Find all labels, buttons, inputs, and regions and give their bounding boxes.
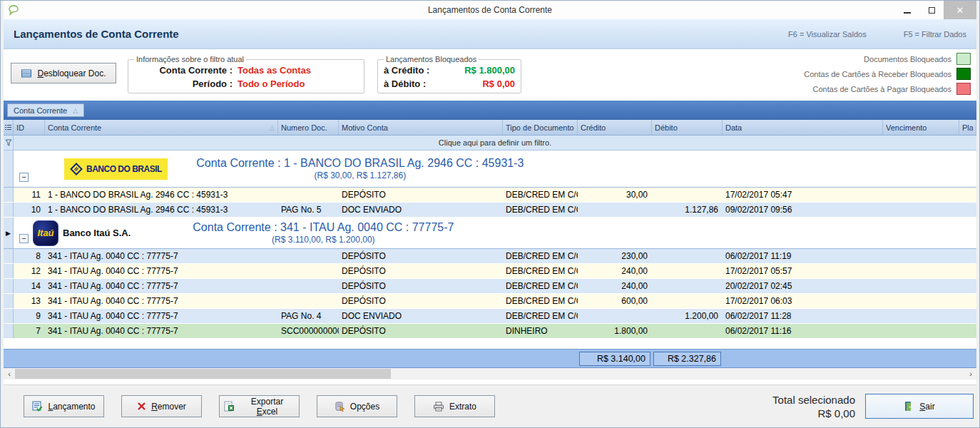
cell-credito: 240,00	[578, 264, 652, 278]
cell-credito	[578, 203, 652, 217]
group-header-row[interactable]: ▶ − Itaú Banco Itaú S.A. Conta Corrente …	[4, 218, 976, 249]
unlock-doc-button[interactable]: Desbloquear Doc.	[11, 63, 116, 83]
cell-tipo-documento: DEB/CRED EM C/C	[503, 294, 578, 308]
cell-data: 09/02/2017 09:56	[723, 203, 883, 217]
exportar-excel-button[interactable]: Exportar Excel	[219, 395, 300, 417]
column-header[interactable]: Motivo Conta	[339, 120, 503, 135]
filter-info-title: Informações sobre o filtro atual	[134, 55, 246, 63]
bottom-action-bar: Lançamento Remover Exportar Excel Opções…	[4, 384, 976, 427]
maximize-icon	[929, 7, 935, 14]
cell-data: 06/02/2017 11:28	[723, 309, 883, 323]
row-indicator-cell	[4, 203, 14, 217]
row-indicator-cell	[4, 294, 14, 308]
transaction-row[interactable]: 8 341 - ITAU Ag. 0040 CC : 77775-7 DEPÓS…	[4, 249, 976, 264]
column-header-label: Crédito	[581, 123, 606, 132]
group-header-row[interactable]: − BANCO DO BRASIL Conta Corrente : 1 - B…	[4, 151, 976, 188]
blocked-box-title: Lançamentos Bloqueados	[384, 55, 479, 63]
cell-conta-corrente: 341 - ITAU Ag. 0040 CC : 77775-7	[45, 264, 278, 278]
blocked-label: à Crédito :	[384, 63, 429, 77]
scroll-right-arrow[interactable]: ›	[965, 368, 976, 379]
close-button[interactable]: ✕	[944, 1, 976, 19]
cell-numero-doc: PAG No. 4	[278, 309, 339, 323]
cell-motivo-conta: DEPÓSITO	[339, 279, 503, 293]
transaction-row[interactable]: 10 1 - BANCO DO BRASIL Ag. 2946 CC : 459…	[4, 203, 976, 218]
scrollbar-thumb[interactable]	[15, 369, 391, 379]
cell-tipo-documento: DEB/CRED EM C/C	[503, 279, 578, 293]
column-header-label: Numero Doc.	[281, 123, 327, 132]
transaction-row[interactable]: 11 1 - BANCO DO BRASIL Ag. 2946 CC : 459…	[4, 188, 976, 203]
totals-row: R$ 3.140,00 R$ 2.327,86	[4, 349, 976, 368]
horizontal-scrollbar[interactable]: ‹ ›	[4, 368, 976, 379]
cell-data: 17/02/2017 06:03	[723, 294, 883, 308]
sair-button[interactable]: Sair	[865, 394, 974, 419]
column-header[interactable]: Tipo de Documento	[503, 120, 578, 135]
filter-info-label: Conta Corrente :	[134, 63, 233, 77]
cell-id: 10	[14, 203, 45, 217]
group-tab-conta-corrente[interactable]: Conta Corrente △	[7, 103, 84, 117]
cell-tipo-documento: DEB/CRED EM C/C	[503, 309, 578, 323]
page-header: Lançamentos de Conta Corrente F6 = Visua…	[4, 19, 976, 49]
transaction-row[interactable]: 13 341 - ITAU Ag. 0040 CC : 77775-7 DEPÓ…	[4, 294, 976, 309]
cell-credito	[578, 309, 652, 323]
legend-label: Contas de Cartões à Pagar Bloqueados	[813, 85, 951, 93]
column-header[interactable]: Plano de C	[959, 120, 976, 135]
collapse-button[interactable]: −	[19, 173, 29, 182]
cell-numero-doc	[278, 279, 339, 293]
cell-numero-doc: PAG No. 5	[278, 203, 339, 217]
row-indicator-cell	[4, 279, 14, 293]
column-header-label: Data	[725, 123, 742, 132]
shortcut-f6: F6 = Visualizar Saldos	[788, 30, 867, 39]
grid-menu-icon[interactable]	[4, 120, 14, 135]
maximize-button[interactable]	[919, 1, 944, 19]
cell-conta-corrente: 341 - ITAU Ag. 0040 CC : 77775-7	[45, 249, 278, 263]
column-header-label: Motivo Conta	[342, 123, 388, 132]
transaction-row[interactable]: 7 341 - ITAU Ag. 0040 CC : 77775-7 SCC00…	[4, 324, 976, 339]
minimize-button[interactable]	[895, 1, 919, 19]
cell-conta-corrente: 1 - BANCO DO BRASIL Ag. 2946 CC : 45931-…	[45, 188, 278, 202]
opcoes-button[interactable]: Opções	[317, 395, 397, 417]
group-subtotals: (R$ 30,00, R$ 1.127,86)	[168, 170, 553, 181]
legend-row: Contas de Cartões à Receber Bloqueados	[804, 68, 971, 80]
scroll-left-arrow[interactable]: ‹	[4, 368, 15, 379]
filter-info-box: Informações sobre o filtro atual Conta C…	[128, 55, 364, 93]
red-x-icon	[137, 402, 146, 411]
column-header[interactable]: Vencimento	[883, 120, 959, 135]
cell-numero-doc	[278, 249, 339, 263]
blocked-row: à Crédito : R$ 1.800,00	[384, 63, 515, 77]
cell-debito	[652, 249, 723, 263]
legend-row: Contas de Cartões à Pagar Bloqueados	[804, 83, 971, 95]
column-sort-icon: △	[270, 124, 275, 131]
lancamento-button[interactable]: Lançamento	[24, 395, 104, 417]
cell-motivo-conta: DOC ENVIADO	[339, 203, 503, 217]
total-debit: R$ 2.327,86	[653, 352, 721, 366]
unlock-doc-icon	[21, 68, 32, 78]
column-header[interactable]: Data	[723, 120, 883, 135]
cell-vencimento	[883, 279, 959, 293]
group-title: Conta Corrente : 341 - ITAU Ag. 0040 CC …	[131, 220, 516, 235]
cell-motivo-conta: DEPÓSITO	[339, 324, 503, 338]
remover-label: Remover	[151, 402, 186, 412]
column-header[interactable]: Conta Corrente △	[45, 120, 278, 135]
banco-do-brasil-logo: BANCO DO BRASIL	[64, 158, 168, 180]
column-header[interactable]: Débito	[652, 120, 723, 135]
cell-credito: 600,00	[578, 294, 652, 308]
shortcut-f5: F5 = Filtrar Dados	[904, 30, 966, 39]
page-title: Lançamentos de Conta Corrente	[14, 28, 179, 40]
legend-label: Documentos Bloqueados	[864, 55, 951, 63]
cell-id: 12	[14, 264, 45, 278]
cell-vencimento	[883, 309, 959, 323]
cell-data: 06/02/2017 11:16	[723, 324, 883, 338]
group-by-bar: Conta Corrente △	[4, 101, 976, 120]
collapse-button[interactable]: −	[19, 234, 29, 243]
column-header-label: Vencimento	[886, 123, 927, 132]
extrato-button[interactable]: Extrato	[414, 395, 495, 417]
itau-logo: Itaú	[33, 220, 58, 246]
column-header[interactable]: Crédito	[578, 120, 652, 135]
transaction-row[interactable]: 9 341 - ITAU Ag. 0040 CC : 77775-7 PAG N…	[4, 309, 976, 324]
auto-filter-row[interactable]: Clique aqui para definir um filtro.	[4, 136, 976, 151]
remover-button[interactable]: Remover	[121, 395, 202, 417]
column-header[interactable]: Numero Doc.	[278, 120, 339, 135]
transaction-row[interactable]: 12 341 - ITAU Ag. 0040 CC : 77775-7 DEPÓ…	[4, 264, 976, 279]
transaction-row[interactable]: 14 341 - ITAU Ag. 0040 CC : 77775-7 DEPÓ…	[4, 279, 976, 294]
column-header[interactable]: ID	[14, 120, 45, 135]
